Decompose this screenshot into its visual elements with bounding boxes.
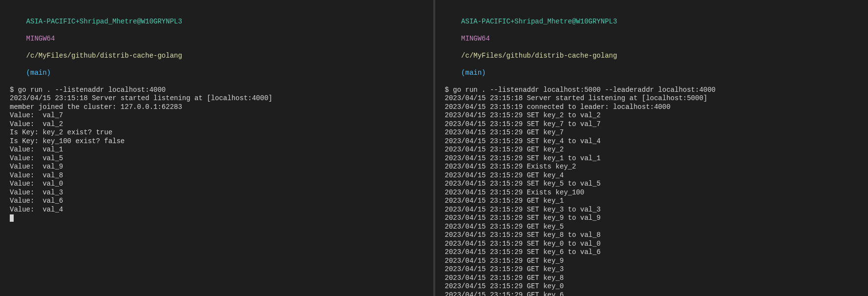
- output-line: 2023/04/15 23:15:29 GET key_6: [445, 291, 859, 296]
- prompt-branch: (main): [461, 69, 486, 77]
- output-line: 2023/04/15 23:15:29 GET key_5: [445, 223, 859, 232]
- output-line: Value: val_5: [10, 154, 423, 163]
- output-line: 2023/04/15 23:15:29 GET key_2: [445, 146, 859, 154]
- output-line: 2023/04/15 23:15:29 GET key_9: [445, 257, 859, 266]
- command-line: $ go run . --listenaddr localhost:5000 -…: [445, 86, 859, 95]
- prompt-path: /c/MyFiles/github/distrib-cache-golang: [461, 52, 617, 60]
- output-line: member joined the cluster: 127.0.0.1:622…: [10, 103, 423, 112]
- output-line: Value: val_9: [10, 163, 423, 171]
- output-line: 2023/04/15 23:15:29 SET key_2 to val_2: [445, 111, 859, 120]
- output-line: 2023/04/15 23:15:18 Server started liste…: [445, 94, 859, 103]
- prompt-line: ASIA-PACIFIC+Shripad_Mhetre@W10GRYNPL3 M…: [10, 9, 423, 86]
- prompt-line: ASIA-PACIFIC+Shripad_Mhetre@W10GRYNPL3 M…: [445, 9, 859, 86]
- cursor-line: [10, 214, 423, 223]
- output-line: Value: val_4: [10, 206, 423, 214]
- output-line: 2023/04/15 23:15:29 SET key_8 to val_8: [445, 231, 859, 240]
- output-line: Value: val_8: [10, 171, 423, 180]
- output-line: 2023/04/15 23:15:29 GET key_7: [445, 128, 859, 137]
- prompt-mingw: MINGW64: [461, 35, 490, 42]
- output-line: Is Key: key_100 exist? false: [10, 137, 423, 146]
- terminal-left-pane[interactable]: ASIA-PACIFIC+Shripad_Mhetre@W10GRYNPL3 M…: [0, 0, 435, 296]
- output-line: 2023/04/15 23:15:29 SET key_3 to val_3: [445, 206, 859, 214]
- command-line: $ go run . --listenaddr localhost:4000: [10, 86, 423, 95]
- prompt-branch: (main): [26, 69, 51, 77]
- output-line: 2023/04/15 23:15:29 SET key_1 to val_1: [445, 154, 859, 163]
- output-block-right: 2023/04/15 23:15:18 Server started liste…: [445, 94, 859, 296]
- output-line: Value: val_6: [10, 197, 423, 206]
- output-line: 2023/04/15 23:15:29 SET key_5 to val_5: [445, 180, 859, 189]
- output-line: 2023/04/15 23:15:29 SET key_0 to val_0: [445, 240, 859, 249]
- output-line: Value: val_0: [10, 180, 423, 189]
- output-line: Is Key: key_2 exist? true: [10, 128, 423, 137]
- output-line: 2023/04/15 23:15:29 SET key_6 to val_6: [445, 248, 859, 257]
- output-line: Value: val_3: [10, 189, 423, 197]
- terminal-right-pane[interactable]: ASIA-PACIFIC+Shripad_Mhetre@W10GRYNPL3 M…: [435, 0, 868, 296]
- output-line: 2023/04/15 23:15:29 GET key_3: [445, 265, 859, 274]
- output-line: 2023/04/15 23:15:29 SET key_9 to val_9: [445, 214, 859, 223]
- output-line: Value: val_7: [10, 111, 423, 120]
- output-line: 2023/04/15 23:15:29 GET key_8: [445, 274, 859, 283]
- prompt-path: /c/MyFiles/github/distrib-cache-golang: [26, 52, 182, 60]
- output-line: Value: val_2: [10, 120, 423, 129]
- output-line: 2023/04/15 23:15:19 connected to leader:…: [445, 103, 859, 112]
- cursor-icon: [10, 214, 14, 222]
- output-line: 2023/04/15 23:15:18 Server started liste…: [10, 94, 423, 103]
- prompt-mingw: MINGW64: [26, 35, 55, 42]
- output-block-left: 2023/04/15 23:15:18 Server started liste…: [10, 94, 423, 214]
- output-line: 2023/04/15 23:15:29 SET key_4 to val_4: [445, 137, 859, 146]
- output-line: 2023/04/15 23:15:29 Exists key_2: [445, 163, 859, 171]
- output-line: 2023/04/15 23:15:29 GET key_0: [445, 282, 859, 291]
- prompt-user: ASIA-PACIFIC+Shripad_Mhetre@W10GRYNPL3: [461, 18, 617, 25]
- prompt-user: ASIA-PACIFIC+Shripad_Mhetre@W10GRYNPL3: [26, 18, 182, 25]
- output-line: 2023/04/15 23:15:29 SET key_7 to val_7: [445, 120, 859, 129]
- output-line: 2023/04/15 23:15:29 GET key_1: [445, 197, 859, 206]
- output-line: Value: val_1: [10, 146, 423, 154]
- output-line: 2023/04/15 23:15:29 Exists key_100: [445, 189, 859, 197]
- output-line: 2023/04/15 23:15:29 GET key_4: [445, 171, 859, 180]
